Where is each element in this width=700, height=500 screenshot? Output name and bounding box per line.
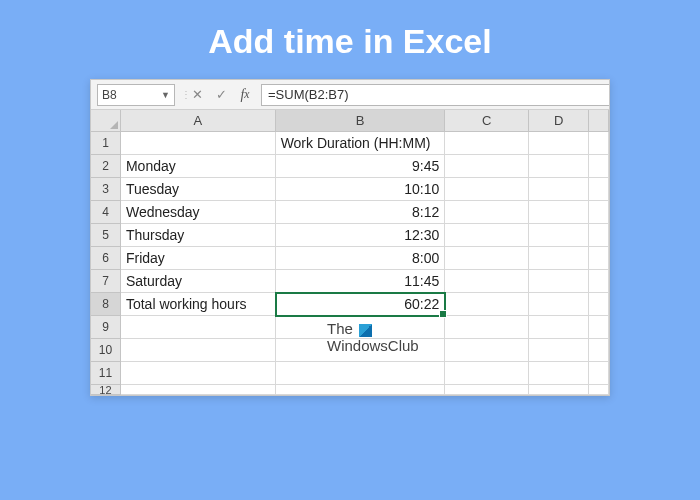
- cell-d5[interactable]: [529, 224, 589, 247]
- cell-a8[interactable]: Total working hours: [121, 293, 276, 316]
- cell-c5[interactable]: [445, 224, 529, 247]
- page-title: Add time in Excel: [208, 22, 491, 61]
- formula-input[interactable]: =SUM(B2:B7): [261, 84, 609, 106]
- cell-b10[interactable]: [276, 339, 446, 362]
- cell-a2[interactable]: Monday: [121, 155, 276, 178]
- cell-d3[interactable]: [529, 178, 589, 201]
- cell-d4[interactable]: [529, 201, 589, 224]
- cell-b9[interactable]: [276, 316, 446, 339]
- cell-a9[interactable]: [121, 316, 276, 339]
- formula-text: =SUM(B2:B7): [268, 87, 349, 102]
- cell-b12[interactable]: [276, 385, 446, 395]
- cell-d11[interactable]: [529, 362, 589, 385]
- cell-c3[interactable]: [445, 178, 529, 201]
- cell-a3[interactable]: Tuesday: [121, 178, 276, 201]
- cell-b2[interactable]: 9:45: [276, 155, 446, 178]
- cell-d2[interactable]: [529, 155, 589, 178]
- row-header[interactable]: 2: [91, 155, 121, 178]
- col-header-d[interactable]: D: [529, 110, 589, 132]
- cell-e3[interactable]: [589, 178, 609, 201]
- row-3: 3 Tuesday 10:10: [91, 178, 609, 201]
- column-headers: A B C D: [91, 110, 609, 132]
- cell-e6[interactable]: [589, 247, 609, 270]
- row-1: 1 Work Duration (HH:MM): [91, 132, 609, 155]
- row-header[interactable]: 11: [91, 362, 121, 385]
- cell-d6[interactable]: [529, 247, 589, 270]
- cancel-icon[interactable]: ✕: [185, 84, 209, 106]
- cell-d9[interactable]: [529, 316, 589, 339]
- cell-a7[interactable]: Saturday: [121, 270, 276, 293]
- cell-e8[interactable]: [589, 293, 609, 316]
- cell-e11[interactable]: [589, 362, 609, 385]
- cell-a1[interactable]: [121, 132, 276, 155]
- cell-a12[interactable]: [121, 385, 276, 395]
- row-header[interactable]: 12: [91, 385, 121, 395]
- spreadsheet-grid: A B C D 1 Work Duration (HH:MM) 2 Monday…: [91, 110, 609, 395]
- col-header-e[interactable]: [589, 110, 609, 132]
- row-header[interactable]: 9: [91, 316, 121, 339]
- select-all-corner[interactable]: [91, 110, 121, 132]
- cell-e1[interactable]: [589, 132, 609, 155]
- row-4: 4 Wednesday 8:12: [91, 201, 609, 224]
- cell-c8[interactable]: [445, 293, 529, 316]
- row-header[interactable]: 6: [91, 247, 121, 270]
- cell-a5[interactable]: Thursday: [121, 224, 276, 247]
- row-header[interactable]: 10: [91, 339, 121, 362]
- cell-d12[interactable]: [529, 385, 589, 395]
- cell-b8[interactable]: 60:22: [276, 293, 446, 316]
- cell-e10[interactable]: [589, 339, 609, 362]
- row-header[interactable]: 3: [91, 178, 121, 201]
- cell-c12[interactable]: [445, 385, 529, 395]
- cell-b1[interactable]: Work Duration (HH:MM): [276, 132, 446, 155]
- cell-d7[interactable]: [529, 270, 589, 293]
- cell-e7[interactable]: [589, 270, 609, 293]
- row-9: 9: [91, 316, 609, 339]
- cell-c11[interactable]: [445, 362, 529, 385]
- cell-c7[interactable]: [445, 270, 529, 293]
- row-header[interactable]: 1: [91, 132, 121, 155]
- cell-d8[interactable]: [529, 293, 589, 316]
- cell-d1[interactable]: [529, 132, 589, 155]
- cell-a10[interactable]: [121, 339, 276, 362]
- col-header-a[interactable]: A: [121, 110, 276, 132]
- name-box[interactable]: B8 ▼: [97, 84, 175, 106]
- row-5: 5 Thursday 12:30: [91, 224, 609, 247]
- cell-a4[interactable]: Wednesday: [121, 201, 276, 224]
- cell-c10[interactable]: [445, 339, 529, 362]
- cell-c4[interactable]: [445, 201, 529, 224]
- excel-window: B8 ▼ ⋮ ✕ ✓ fx =SUM(B2:B7) A B C D 1 Work…: [90, 79, 610, 396]
- cell-b4[interactable]: 8:12: [276, 201, 446, 224]
- row-11: 11: [91, 362, 609, 385]
- cell-b3[interactable]: 10:10: [276, 178, 446, 201]
- row-header[interactable]: 5: [91, 224, 121, 247]
- cell-e9[interactable]: [589, 316, 609, 339]
- cell-b7[interactable]: 11:45: [276, 270, 446, 293]
- cell-e4[interactable]: [589, 201, 609, 224]
- cell-c1[interactable]: [445, 132, 529, 155]
- row-7: 7 Saturday 11:45: [91, 270, 609, 293]
- row-header[interactable]: 8: [91, 293, 121, 316]
- cell-b11[interactable]: [276, 362, 446, 385]
- enter-icon[interactable]: ✓: [209, 84, 233, 106]
- cell-c2[interactable]: [445, 155, 529, 178]
- fx-icon[interactable]: fx: [233, 84, 257, 106]
- cell-a11[interactable]: [121, 362, 276, 385]
- cell-b6[interactable]: 8:00: [276, 247, 446, 270]
- row-10: 10: [91, 339, 609, 362]
- chevron-down-icon[interactable]: ▼: [161, 90, 170, 100]
- cell-a6[interactable]: Friday: [121, 247, 276, 270]
- row-6: 6 Friday 8:00: [91, 247, 609, 270]
- row-header[interactable]: 4: [91, 201, 121, 224]
- cell-e5[interactable]: [589, 224, 609, 247]
- col-header-c[interactable]: C: [445, 110, 529, 132]
- row-8: 8 Total working hours 60:22: [91, 293, 609, 316]
- cell-b5[interactable]: 12:30: [276, 224, 446, 247]
- cell-c9[interactable]: [445, 316, 529, 339]
- col-header-b[interactable]: B: [276, 110, 446, 132]
- cell-c6[interactable]: [445, 247, 529, 270]
- cell-d10[interactable]: [529, 339, 589, 362]
- cell-e12[interactable]: [589, 385, 609, 395]
- name-box-value: B8: [102, 88, 117, 102]
- cell-e2[interactable]: [589, 155, 609, 178]
- row-header[interactable]: 7: [91, 270, 121, 293]
